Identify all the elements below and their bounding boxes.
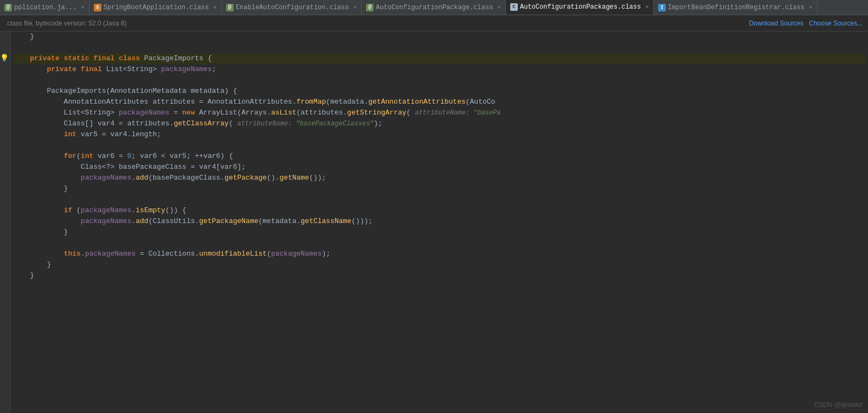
code-line: private final List<String> packageNames; [13, 64, 866, 75]
tab-label: AutoConfigurationPackage.class [376, 4, 493, 11]
tab-icon-java: @ [4, 4, 12, 11]
tab-autoconfigpackages[interactable]: C AutoConfigurationPackages.class × [506, 0, 654, 15]
code-margin: 💡 [0, 31, 11, 413]
close-icon[interactable]: × [353, 4, 357, 11]
close-icon[interactable]: × [645, 4, 649, 10]
code-line: } [13, 270, 866, 281]
tab-label: EnableAutoConfiguration.class [236, 4, 349, 11]
tab-icon-class: @ [226, 4, 234, 11]
code-line: } [13, 259, 866, 270]
code-line: if (packageNames.isEmpty()) { [13, 205, 866, 216]
code-line: for(int var6 = 0; var6 < var5; ++var6) { [13, 151, 866, 162]
tab-autoconfigpackage[interactable]: @ AutoConfigurationPackage.class × [362, 0, 506, 15]
info-bar: .class file, bytecode version: 52.0 (Jav… [0, 15, 868, 31]
tab-label: SpringBootApplication.class [104, 4, 209, 11]
tab-springboot[interactable]: S SpringBootApplication.class × [89, 0, 222, 15]
choose-sources-link[interactable]: Choose Sources... [809, 20, 863, 27]
code-line: Class[] var4 = attributes.getClassArray(… [13, 118, 866, 129]
code-line [13, 75, 866, 86]
bytecode-info: .class file, bytecode version: 52.0 (Jav… [5, 20, 126, 27]
close-icon[interactable]: × [81, 4, 85, 11]
code-line: } [13, 31, 866, 42]
tab-label: AutoConfigurationPackages.class [520, 3, 641, 11]
code-line: this.packageNames = Collections.unmodifi… [13, 249, 866, 259]
code-line [13, 42, 866, 53]
watermark: CSDN @lipviolet [814, 401, 863, 409]
info-bar-actions: Download Sources Choose Sources... [749, 20, 863, 27]
code-line: } [13, 183, 866, 194]
tab-icon-class: C [510, 3, 518, 11]
tab-icon-class: S [94, 4, 101, 11]
tab-application-java[interactable]: @ pplication.ja... × [0, 0, 89, 15]
code-line: PackageImports(AnnotationMetadata metada… [13, 86, 866, 97]
code-line: Class<?> basePackageClass = var4[var6]; [13, 162, 866, 173]
close-icon[interactable]: × [213, 4, 217, 11]
close-icon[interactable]: × [497, 4, 501, 11]
code-line: packageNames.add(ClassUtils.getPackageNa… [13, 216, 866, 227]
tab-icon-class: @ [366, 4, 374, 11]
code-line: AnnotationAttributes attributes = Annota… [13, 97, 866, 107]
code-line [13, 140, 866, 151]
tab-bar: @ pplication.ja... × S SpringBootApplica… [0, 0, 868, 15]
code-area: 💡 } private static final class PackageIm… [0, 31, 868, 413]
tab-label: ImportBeanDefinitionRegistrar.class [668, 4, 805, 11]
code-line-class-decl: private static final class PackageImport… [13, 53, 866, 64]
code-content[interactable]: } private static final class PackageImpo… [11, 31, 868, 413]
tab-enableauto[interactable]: @ EnableAutoConfiguration.class × [222, 0, 362, 15]
tab-icon-interface: I [658, 4, 666, 11]
code-line: List<String> packageNames = new ArrayLis… [13, 107, 866, 118]
code-line: int var5 = var4.length; [13, 129, 866, 140]
code-line [13, 194, 866, 205]
tab-label: pplication.ja... [14, 4, 76, 11]
code-line: packageNames.add(basePackageClass.getPac… [13, 173, 866, 183]
close-icon[interactable]: × [809, 4, 813, 11]
code-line [13, 238, 866, 249]
margin-icon-bulb: 💡 [0, 53, 9, 64]
download-sources-link[interactable]: Download Sources [749, 20, 804, 27]
tab-importbean[interactable]: I ImportBeanDefinitionRegistrar.class × [654, 0, 818, 15]
code-line: } [13, 227, 866, 238]
